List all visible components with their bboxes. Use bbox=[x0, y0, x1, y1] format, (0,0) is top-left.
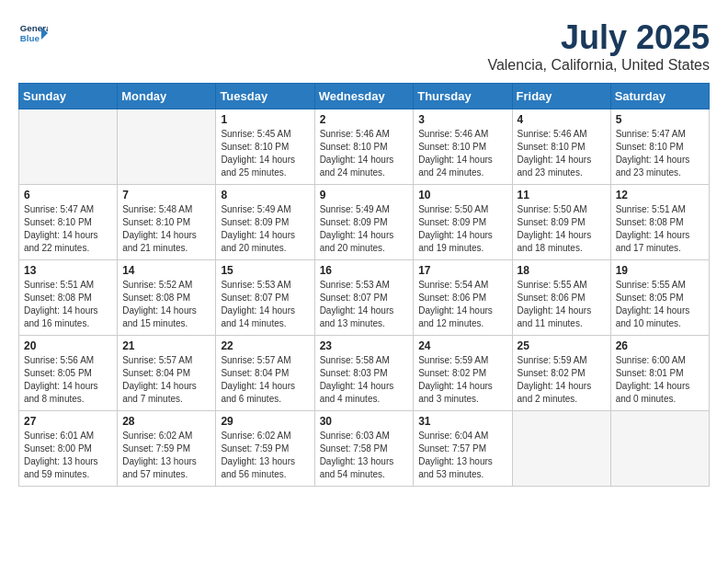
day-detail: Sunrise: 6:02 AM Sunset: 7:59 PM Dayligh… bbox=[221, 430, 309, 481]
day-number: 9 bbox=[320, 189, 409, 201]
logo-icon: General Blue bbox=[18, 18, 48, 48]
day-detail: Sunrise: 5:45 AM Sunset: 8:10 PM Dayligh… bbox=[221, 128, 309, 179]
day-number: 18 bbox=[518, 264, 606, 277]
page-header: General Blue July 2025 Valencia, Califor… bbox=[18, 18, 710, 74]
calendar-cell-w4d5: 24Sunrise: 5:59 AM Sunset: 8:02 PM Dayli… bbox=[414, 336, 512, 411]
header-saturday: Saturday bbox=[610, 84, 709, 109]
day-detail: Sunrise: 5:57 AM Sunset: 8:04 PM Dayligh… bbox=[122, 354, 210, 406]
day-detail: Sunrise: 5:59 AM Sunset: 8:02 PM Dayligh… bbox=[518, 354, 606, 406]
header-monday: Monday bbox=[118, 84, 216, 109]
day-detail: Sunrise: 6:03 AM Sunset: 7:58 PM Dayligh… bbox=[320, 430, 409, 481]
weekday-header-row: Sunday Monday Tuesday Wednesday Thursday… bbox=[19, 84, 710, 109]
calendar-cell-w4d4: 23Sunrise: 5:58 AM Sunset: 8:03 PM Dayli… bbox=[314, 336, 414, 411]
day-number: 5 bbox=[616, 113, 704, 126]
day-detail: Sunrise: 5:50 AM Sunset: 8:09 PM Dayligh… bbox=[418, 203, 506, 255]
day-number: 12 bbox=[616, 189, 704, 201]
calendar-cell-w1d5: 3Sunrise: 5:46 AM Sunset: 8:10 PM Daylig… bbox=[414, 109, 512, 185]
calendar-cell-w3d5: 17Sunrise: 5:54 AM Sunset: 8:06 PM Dayli… bbox=[414, 260, 512, 336]
calendar-cell-w3d2: 14Sunrise: 5:52 AM Sunset: 8:08 PM Dayli… bbox=[118, 260, 216, 336]
day-number: 8 bbox=[221, 189, 309, 201]
calendar-cell-w5d3: 29Sunrise: 6:02 AM Sunset: 7:59 PM Dayli… bbox=[216, 411, 314, 487]
day-number: 31 bbox=[418, 415, 506, 428]
day-detail: Sunrise: 5:58 AM Sunset: 8:03 PM Dayligh… bbox=[320, 354, 409, 406]
day-detail: Sunrise: 5:49 AM Sunset: 8:09 PM Dayligh… bbox=[221, 203, 309, 255]
calendar-cell-w1d4: 2Sunrise: 5:46 AM Sunset: 8:10 PM Daylig… bbox=[314, 109, 414, 185]
calendar-cell-w3d7: 19Sunrise: 5:55 AM Sunset: 8:05 PM Dayli… bbox=[610, 260, 709, 336]
day-detail: Sunrise: 5:57 AM Sunset: 8:04 PM Dayligh… bbox=[221, 354, 309, 406]
day-number: 11 bbox=[518, 189, 606, 201]
day-number: 26 bbox=[616, 339, 704, 352]
day-detail: Sunrise: 5:55 AM Sunset: 8:05 PM Dayligh… bbox=[616, 279, 704, 330]
calendar-cell-w4d1: 20Sunrise: 5:56 AM Sunset: 8:05 PM Dayli… bbox=[19, 336, 118, 411]
day-detail: Sunrise: 6:00 AM Sunset: 8:01 PM Dayligh… bbox=[616, 354, 704, 406]
header-friday: Friday bbox=[512, 84, 610, 109]
day-detail: Sunrise: 5:53 AM Sunset: 8:07 PM Dayligh… bbox=[221, 279, 309, 330]
week-row-5: 27Sunrise: 6:01 AM Sunset: 8:00 PM Dayli… bbox=[19, 411, 710, 487]
day-detail: Sunrise: 5:52 AM Sunset: 8:08 PM Dayligh… bbox=[122, 279, 210, 330]
day-number: 14 bbox=[122, 264, 210, 277]
calendar-cell-w5d2: 28Sunrise: 6:02 AM Sunset: 7:59 PM Dayli… bbox=[118, 411, 216, 487]
calendar-cell-w1d7: 5Sunrise: 5:47 AM Sunset: 8:10 PM Daylig… bbox=[610, 109, 709, 185]
day-number: 29 bbox=[221, 415, 309, 428]
day-number: 22 bbox=[221, 339, 309, 352]
day-detail: Sunrise: 5:51 AM Sunset: 8:08 PM Dayligh… bbox=[616, 203, 704, 255]
day-number: 4 bbox=[518, 113, 606, 126]
day-detail: Sunrise: 5:56 AM Sunset: 8:05 PM Dayligh… bbox=[24, 354, 112, 406]
header-tuesday: Tuesday bbox=[216, 84, 314, 109]
header-sunday: Sunday bbox=[19, 84, 118, 109]
calendar-cell-w1d6: 4Sunrise: 5:46 AM Sunset: 8:10 PM Daylig… bbox=[512, 109, 610, 185]
day-number: 17 bbox=[418, 264, 506, 277]
day-detail: Sunrise: 5:46 AM Sunset: 8:10 PM Dayligh… bbox=[418, 128, 506, 179]
calendar-cell-w2d7: 12Sunrise: 5:51 AM Sunset: 8:08 PM Dayli… bbox=[610, 185, 709, 260]
day-number: 15 bbox=[221, 264, 309, 277]
logo: General Blue bbox=[18, 18, 48, 48]
calendar-cell-w4d3: 22Sunrise: 5:57 AM Sunset: 8:04 PM Dayli… bbox=[216, 336, 314, 411]
title-block: July 2025 Valencia, California, United S… bbox=[487, 18, 710, 74]
day-detail: Sunrise: 5:50 AM Sunset: 8:09 PM Dayligh… bbox=[518, 203, 606, 255]
day-number: 30 bbox=[320, 415, 409, 428]
calendar-cell-w5d1: 27Sunrise: 6:01 AM Sunset: 8:00 PM Dayli… bbox=[19, 411, 118, 487]
calendar-cell-w3d4: 16Sunrise: 5:53 AM Sunset: 8:07 PM Dayli… bbox=[314, 260, 414, 336]
day-number: 6 bbox=[24, 189, 112, 201]
day-number: 25 bbox=[518, 339, 606, 352]
day-detail: Sunrise: 5:53 AM Sunset: 8:07 PM Dayligh… bbox=[320, 279, 409, 330]
day-number: 3 bbox=[418, 113, 506, 126]
day-detail: Sunrise: 5:54 AM Sunset: 8:06 PM Dayligh… bbox=[418, 279, 506, 330]
calendar-cell-w1d1 bbox=[19, 109, 118, 185]
day-number: 16 bbox=[320, 264, 409, 277]
day-number: 24 bbox=[418, 339, 506, 352]
day-number: 1 bbox=[221, 113, 309, 126]
day-detail: Sunrise: 5:47 AM Sunset: 8:10 PM Dayligh… bbox=[616, 128, 704, 179]
calendar-cell-w4d7: 26Sunrise: 6:00 AM Sunset: 8:01 PM Dayli… bbox=[610, 336, 709, 411]
day-number: 23 bbox=[320, 339, 409, 352]
week-row-2: 6Sunrise: 5:47 AM Sunset: 8:10 PM Daylig… bbox=[19, 185, 710, 260]
day-detail: Sunrise: 6:01 AM Sunset: 8:00 PM Dayligh… bbox=[24, 430, 112, 481]
calendar-cell-w2d4: 9Sunrise: 5:49 AM Sunset: 8:09 PM Daylig… bbox=[314, 185, 414, 260]
header-thursday: Thursday bbox=[414, 84, 512, 109]
day-number: 19 bbox=[616, 264, 704, 277]
main-title: July 2025 bbox=[487, 18, 710, 57]
day-number: 20 bbox=[24, 339, 112, 352]
day-detail: Sunrise: 5:55 AM Sunset: 8:06 PM Dayligh… bbox=[518, 279, 606, 330]
day-number: 28 bbox=[122, 415, 210, 428]
day-number: 2 bbox=[320, 113, 409, 126]
day-number: 10 bbox=[418, 189, 506, 201]
day-detail: Sunrise: 6:02 AM Sunset: 7:59 PM Dayligh… bbox=[122, 430, 210, 481]
day-number: 27 bbox=[24, 415, 112, 428]
day-number: 13 bbox=[24, 264, 112, 277]
calendar-cell-w2d6: 11Sunrise: 5:50 AM Sunset: 8:09 PM Dayli… bbox=[512, 185, 610, 260]
calendar-cell-w5d4: 30Sunrise: 6:03 AM Sunset: 7:58 PM Dayli… bbox=[314, 411, 414, 487]
calendar-cell-w3d1: 13Sunrise: 5:51 AM Sunset: 8:08 PM Dayli… bbox=[19, 260, 118, 336]
calendar-cell-w2d1: 6Sunrise: 5:47 AM Sunset: 8:10 PM Daylig… bbox=[19, 185, 118, 260]
day-detail: Sunrise: 5:46 AM Sunset: 8:10 PM Dayligh… bbox=[320, 128, 409, 179]
calendar-cell-w5d7 bbox=[610, 411, 709, 487]
calendar-cell-w2d5: 10Sunrise: 5:50 AM Sunset: 8:09 PM Dayli… bbox=[414, 185, 512, 260]
week-row-1: 1Sunrise: 5:45 AM Sunset: 8:10 PM Daylig… bbox=[19, 109, 710, 185]
calendar-cell-w4d2: 21Sunrise: 5:57 AM Sunset: 8:04 PM Dayli… bbox=[118, 336, 216, 411]
day-detail: Sunrise: 5:49 AM Sunset: 8:09 PM Dayligh… bbox=[320, 203, 409, 255]
day-detail: Sunrise: 5:47 AM Sunset: 8:10 PM Dayligh… bbox=[24, 203, 112, 255]
calendar-table: Sunday Monday Tuesday Wednesday Thursday… bbox=[18, 83, 710, 487]
svg-text:Blue: Blue bbox=[20, 33, 40, 43]
day-number: 21 bbox=[122, 339, 210, 352]
day-number: 7 bbox=[122, 189, 210, 201]
